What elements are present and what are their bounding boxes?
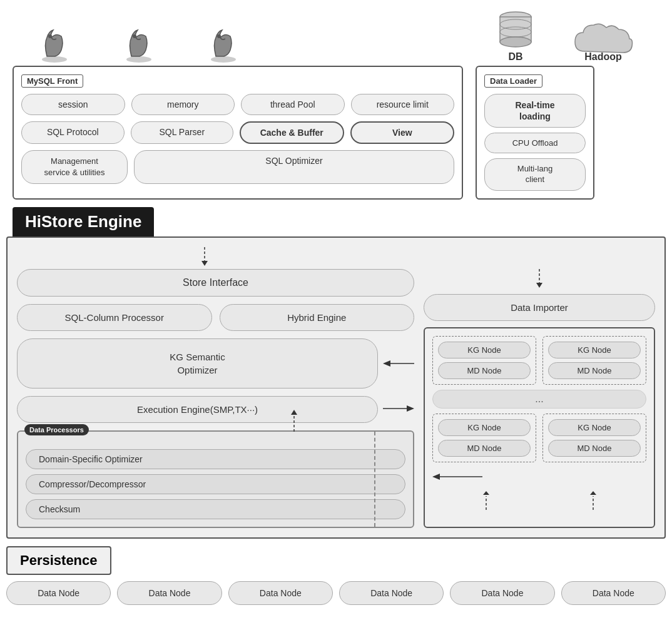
p-node-1: Data Node xyxy=(6,581,111,605)
kg-node-1: KG Node xyxy=(438,342,531,358)
up-arrow-icon-right xyxy=(587,491,599,510)
main-boxes-row: MySQL Front session memory thread Pool r… xyxy=(0,66,672,200)
compressor-cell: Compressor/Decompressor xyxy=(26,474,405,494)
data-loader-box: Data Loader Real-timeloading CPU Offload… xyxy=(476,66,594,200)
kg-semantic-row: KG SemanticOptimizer xyxy=(17,338,414,389)
left-arrow-icon-2 xyxy=(432,470,482,483)
client-icon-3 xyxy=(206,25,241,63)
md-node-4: MD Node xyxy=(548,440,641,457)
top-header: DB Hadoop xyxy=(0,0,672,63)
sql-parser-cell: SQL Parser xyxy=(131,121,234,144)
arrow-to-right-1 xyxy=(383,402,414,417)
db-hadoop-group: DB Hadoop xyxy=(497,8,634,63)
dp-items: Domain-Specific Optimizer Compressor/Dec… xyxy=(26,449,405,519)
persistence-label-bar: Persistence xyxy=(6,546,111,575)
right-arrow-icon-1 xyxy=(383,402,414,415)
md-node-3: MD Node xyxy=(438,440,531,457)
down-arrow-icon-1 xyxy=(198,247,211,266)
up-arrow-icon xyxy=(288,410,300,432)
database-icon xyxy=(497,8,534,51)
view-cell: View xyxy=(350,121,455,144)
up-arrow-icon-left xyxy=(480,491,492,510)
svg-marker-12 xyxy=(201,261,208,266)
cpu-offload-cell: CPU Offload xyxy=(484,133,586,153)
node-group-1: KG Node MD Node xyxy=(432,336,536,385)
kg-semantic-optimizer-cell: KG SemanticOptimizer xyxy=(17,338,378,389)
p-node-4: Data Node xyxy=(339,581,444,605)
histore-left: Store Interface SQL-Column Processor Hyb… xyxy=(17,269,414,528)
p-node-3: Data Node xyxy=(228,581,333,605)
data-processors-box: Data Processors Domain-Specific Optimize… xyxy=(17,430,414,528)
chess-knight-icon-2 xyxy=(122,25,156,63)
sql-hybrid-row: SQL-Column Processor Hybrid Engine xyxy=(17,304,414,331)
thread-pool-cell: thread Pool xyxy=(241,94,345,115)
execution-engine-cell: Execution Engine(SMP,TX···) xyxy=(17,396,378,423)
svg-point-0 xyxy=(42,56,67,63)
db-icon: DB xyxy=(497,8,534,63)
data-loader-items: Real-timeloading CPU Offload Multi-langc… xyxy=(484,94,586,191)
persistence-nodes-row: Data Node Data Node Data Node Data Node … xyxy=(6,581,666,605)
histore-label-bar: HiStore Engine xyxy=(13,207,154,236)
chess-knight-icon-3 xyxy=(206,25,241,63)
svg-marker-26 xyxy=(590,491,596,495)
p-node-6: Data Node xyxy=(561,581,666,605)
arrow-left-from-cluster xyxy=(432,470,646,483)
store-interface-cell: Store Interface xyxy=(17,269,414,297)
hadoop-icon: Hadoop xyxy=(572,20,634,63)
persistence-section: Persistence Data Node Data Node Data Nod… xyxy=(6,546,666,605)
p-node-5: Data Node xyxy=(450,581,554,605)
session-cell: session xyxy=(21,94,125,115)
mysql-front-label: MySQL Front xyxy=(21,74,83,88)
dots-cell: ... xyxy=(432,390,646,409)
arrow-from-right-1 xyxy=(383,357,414,370)
left-arrow-icon-1 xyxy=(383,357,414,370)
md-node-2: MD Node xyxy=(548,362,641,379)
arrow-up-to-execution xyxy=(288,410,300,434)
histore-main-box: Store Interface SQL-Column Processor Hyb… xyxy=(6,236,666,539)
clients-row xyxy=(38,25,241,63)
svg-marker-22 xyxy=(432,474,440,480)
dashed-line-dp xyxy=(374,432,375,527)
svg-marker-18 xyxy=(291,410,297,415)
node-cluster-box: KG Node MD Node KG Node MD Node ... xyxy=(424,327,655,528)
memory-cell: memory xyxy=(131,94,235,115)
data-processors-label: Data Processors xyxy=(24,424,89,435)
data-importer-cell: Data Importer xyxy=(424,294,655,321)
hadoop-label: Hadoop xyxy=(584,51,622,63)
kg-node-4: KG Node xyxy=(548,419,641,436)
domain-specific-cell: Domain-Specific Optimizer xyxy=(26,449,405,469)
histore-inner: Store Interface SQL-Column Processor Hyb… xyxy=(17,269,655,528)
node-group-2: KG Node MD Node xyxy=(542,336,646,385)
checksum-cell: Checksum xyxy=(26,499,405,519)
svg-marker-16 xyxy=(407,405,414,412)
p-node-2: Data Node xyxy=(117,581,221,605)
sql-protocol-cell: SQL Protocol xyxy=(21,121,125,144)
node-bottom-row: KG Node MD Node KG Node MD Node xyxy=(432,414,646,462)
dots-row: ... xyxy=(432,390,646,409)
management-cell: Managementservice & utilities xyxy=(21,150,128,184)
bottom-arrows-row xyxy=(432,491,646,510)
arrow-from-top-right xyxy=(424,269,655,288)
client-icon-2 xyxy=(122,25,156,63)
down-arrow-icon-2 xyxy=(533,269,546,288)
client-icon-1 xyxy=(38,25,72,63)
histore-section: HiStore Engine Store Interface SQL-Colum… xyxy=(0,207,672,539)
execution-engine-row: Execution Engine(SMP,TX···) xyxy=(17,396,414,423)
node-group-3: KG Node MD Node xyxy=(432,414,536,462)
multilang-cell: Multi-langclient xyxy=(484,158,586,191)
svg-marker-14 xyxy=(383,360,390,367)
mysql-front-box: MySQL Front session memory thread Pool r… xyxy=(13,66,463,200)
cache-buffer-cell: Cache & Buffer xyxy=(240,121,344,144)
mysql-row-1: session memory thread Pool resource limi… xyxy=(21,94,454,115)
realtime-loading-cell: Real-timeloading xyxy=(484,94,586,128)
chess-knight-icon-1 xyxy=(38,25,72,63)
md-node-1: MD Node xyxy=(438,362,531,379)
mysql-row-3: Managementservice & utilities SQL Optimi… xyxy=(21,150,454,184)
db-label: DB xyxy=(508,51,522,63)
sql-optimizer-cell: SQL Optimizer xyxy=(134,150,454,184)
hybrid-engine-cell: Hybrid Engine xyxy=(220,304,415,331)
svg-point-4 xyxy=(211,56,236,63)
node-top-row: KG Node MD Node KG Node MD Node xyxy=(432,336,646,385)
sql-column-processor-cell: SQL-Column Processor xyxy=(17,304,212,331)
kg-node-2: KG Node xyxy=(548,342,641,358)
